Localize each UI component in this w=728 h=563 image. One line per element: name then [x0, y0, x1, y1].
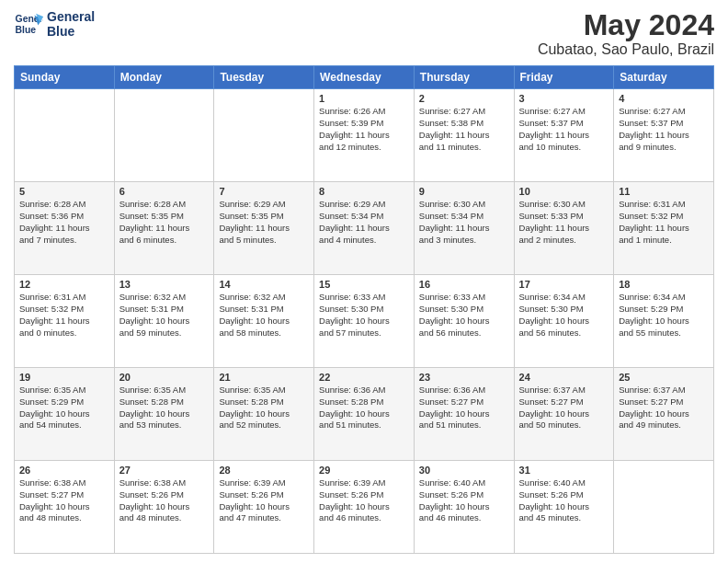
- calendar-cell: 13Sunrise: 6:32 AM Sunset: 5:31 PM Dayli…: [114, 275, 214, 368]
- day-info: Sunrise: 6:29 AM Sunset: 5:35 PM Dayligh…: [219, 199, 309, 246]
- day-number: 31: [519, 465, 609, 476]
- day-number: 26: [19, 465, 109, 476]
- day-info: Sunrise: 6:33 AM Sunset: 5:30 PM Dayligh…: [319, 292, 409, 339]
- day-info: Sunrise: 6:38 AM Sunset: 5:27 PM Dayligh…: [19, 477, 109, 524]
- calendar-cell: 12Sunrise: 6:31 AM Sunset: 5:32 PM Dayli…: [15, 275, 115, 368]
- weekday-header-thursday: Thursday: [414, 66, 514, 89]
- calendar-cell: 17Sunrise: 6:34 AM Sunset: 5:30 PM Dayli…: [514, 275, 614, 368]
- day-info: Sunrise: 6:29 AM Sunset: 5:34 PM Dayligh…: [319, 199, 409, 246]
- day-number: 5: [19, 186, 109, 197]
- day-number: 25: [619, 372, 709, 383]
- logo-text-general: General: [47, 9, 95, 24]
- calendar-cell: 11Sunrise: 6:31 AM Sunset: 5:32 PM Dayli…: [614, 182, 714, 275]
- week-row-3: 12Sunrise: 6:31 AM Sunset: 5:32 PM Dayli…: [15, 275, 714, 368]
- day-info: Sunrise: 6:34 AM Sunset: 5:30 PM Dayligh…: [519, 292, 609, 339]
- calendar-cell: 21Sunrise: 6:35 AM Sunset: 5:28 PM Dayli…: [214, 368, 314, 461]
- calendar-cell: 29Sunrise: 6:39 AM Sunset: 5:26 PM Dayli…: [314, 461, 415, 554]
- day-number: 16: [419, 279, 509, 290]
- day-number: 4: [619, 93, 709, 104]
- day-number: 10: [519, 186, 609, 197]
- day-number: 29: [319, 465, 409, 476]
- weekday-header-row: SundayMondayTuesdayWednesdayThursdayFrid…: [15, 66, 714, 89]
- day-number: 1: [319, 93, 409, 104]
- day-number: 22: [319, 372, 409, 383]
- day-info: Sunrise: 6:27 AM Sunset: 5:37 PM Dayligh…: [619, 106, 709, 153]
- calendar-cell: 15Sunrise: 6:33 AM Sunset: 5:30 PM Dayli…: [314, 275, 415, 368]
- day-number: 9: [419, 186, 509, 197]
- calendar-cell: 2Sunrise: 6:27 AM Sunset: 5:38 PM Daylig…: [414, 89, 514, 182]
- calendar-cell: 22Sunrise: 6:36 AM Sunset: 5:28 PM Dayli…: [314, 368, 415, 461]
- day-info: Sunrise: 6:30 AM Sunset: 5:33 PM Dayligh…: [519, 199, 609, 246]
- calendar-cell: 30Sunrise: 6:40 AM Sunset: 5:26 PM Dayli…: [414, 461, 514, 554]
- weekday-header-wednesday: Wednesday: [314, 66, 415, 89]
- weekday-header-sunday: Sunday: [15, 66, 115, 89]
- calendar-cell: 6Sunrise: 6:28 AM Sunset: 5:35 PM Daylig…: [114, 182, 214, 275]
- calendar-cell: [114, 89, 214, 182]
- day-info: Sunrise: 6:26 AM Sunset: 5:39 PM Dayligh…: [319, 106, 409, 153]
- day-info: Sunrise: 6:39 AM Sunset: 5:26 PM Dayligh…: [319, 477, 409, 524]
- day-number: 21: [219, 372, 309, 383]
- weekday-header-monday: Monday: [114, 66, 214, 89]
- calendar-cell: [614, 461, 714, 554]
- calendar-cell: 24Sunrise: 6:37 AM Sunset: 5:27 PM Dayli…: [514, 368, 614, 461]
- header: General Blue General Blue May 2024 Cubat…: [14, 9, 714, 58]
- day-number: 8: [319, 186, 409, 197]
- calendar-cell: 14Sunrise: 6:32 AM Sunset: 5:31 PM Dayli…: [214, 275, 314, 368]
- day-number: 30: [419, 465, 509, 476]
- day-info: Sunrise: 6:34 AM Sunset: 5:29 PM Dayligh…: [619, 292, 709, 339]
- day-number: 24: [519, 372, 609, 383]
- calendar-cell: [214, 89, 314, 182]
- calendar-cell: 5Sunrise: 6:28 AM Sunset: 5:36 PM Daylig…: [15, 182, 115, 275]
- day-number: 27: [119, 465, 210, 476]
- day-number: 15: [319, 279, 409, 290]
- day-info: Sunrise: 6:39 AM Sunset: 5:26 PM Dayligh…: [219, 477, 309, 524]
- calendar-cell: 25Sunrise: 6:37 AM Sunset: 5:27 PM Dayli…: [614, 368, 714, 461]
- calendar-cell: 1Sunrise: 6:26 AM Sunset: 5:39 PM Daylig…: [314, 89, 415, 182]
- day-info: Sunrise: 6:37 AM Sunset: 5:27 PM Dayligh…: [519, 385, 609, 431]
- day-number: 23: [419, 372, 509, 383]
- calendar-cell: 28Sunrise: 6:39 AM Sunset: 5:26 PM Dayli…: [214, 461, 314, 554]
- page: General Blue General Blue May 2024 Cubat…: [0, 0, 728, 563]
- day-info: Sunrise: 6:31 AM Sunset: 5:32 PM Dayligh…: [19, 292, 109, 339]
- day-info: Sunrise: 6:35 AM Sunset: 5:28 PM Dayligh…: [119, 385, 210, 431]
- day-info: Sunrise: 6:27 AM Sunset: 5:37 PM Dayligh…: [519, 106, 609, 153]
- calendar-cell: 16Sunrise: 6:33 AM Sunset: 5:30 PM Dayli…: [414, 275, 514, 368]
- day-number: 14: [219, 279, 309, 290]
- calendar-cell: 23Sunrise: 6:36 AM Sunset: 5:27 PM Dayli…: [414, 368, 514, 461]
- day-info: Sunrise: 6:36 AM Sunset: 5:28 PM Dayligh…: [319, 385, 409, 431]
- weekday-header-saturday: Saturday: [614, 66, 714, 89]
- day-number: 3: [519, 93, 609, 104]
- title-block: May 2024 Cubatao, Sao Paulo, Brazil: [538, 9, 714, 58]
- logo-text-blue: Blue: [47, 24, 95, 39]
- week-row-5: 26Sunrise: 6:38 AM Sunset: 5:27 PM Dayli…: [15, 461, 714, 554]
- calendar-table: SundayMondayTuesdayWednesdayThursdayFrid…: [14, 65, 714, 554]
- day-number: 6: [119, 186, 210, 197]
- day-number: 28: [219, 465, 309, 476]
- day-info: Sunrise: 6:36 AM Sunset: 5:27 PM Dayligh…: [419, 385, 509, 431]
- calendar-cell: 3Sunrise: 6:27 AM Sunset: 5:37 PM Daylig…: [514, 89, 614, 182]
- day-info: Sunrise: 6:28 AM Sunset: 5:35 PM Dayligh…: [119, 199, 210, 246]
- day-number: 11: [619, 186, 709, 197]
- weekday-header-tuesday: Tuesday: [214, 66, 314, 89]
- day-info: Sunrise: 6:30 AM Sunset: 5:34 PM Dayligh…: [419, 199, 509, 246]
- calendar-cell: 9Sunrise: 6:30 AM Sunset: 5:34 PM Daylig…: [414, 182, 514, 275]
- week-row-4: 19Sunrise: 6:35 AM Sunset: 5:29 PM Dayli…: [15, 368, 714, 461]
- calendar-cell: 8Sunrise: 6:29 AM Sunset: 5:34 PM Daylig…: [314, 182, 415, 275]
- day-info: Sunrise: 6:37 AM Sunset: 5:27 PM Dayligh…: [619, 385, 709, 431]
- day-info: Sunrise: 6:35 AM Sunset: 5:29 PM Dayligh…: [19, 385, 109, 431]
- logo-icon: General Blue: [14, 9, 43, 39]
- day-info: Sunrise: 6:32 AM Sunset: 5:31 PM Dayligh…: [119, 292, 210, 339]
- location-title: Cubatao, Sao Paulo, Brazil: [538, 41, 714, 58]
- day-info: Sunrise: 6:38 AM Sunset: 5:26 PM Dayligh…: [119, 477, 210, 524]
- month-title: May 2024: [538, 9, 714, 41]
- calendar-cell: 19Sunrise: 6:35 AM Sunset: 5:29 PM Dayli…: [15, 368, 115, 461]
- day-info: Sunrise: 6:32 AM Sunset: 5:31 PM Dayligh…: [219, 292, 309, 339]
- calendar-cell: 7Sunrise: 6:29 AM Sunset: 5:35 PM Daylig…: [214, 182, 314, 275]
- calendar-cell: 18Sunrise: 6:34 AM Sunset: 5:29 PM Dayli…: [614, 275, 714, 368]
- calendar-cell: 10Sunrise: 6:30 AM Sunset: 5:33 PM Dayli…: [514, 182, 614, 275]
- day-info: Sunrise: 6:35 AM Sunset: 5:28 PM Dayligh…: [219, 385, 309, 431]
- day-info: Sunrise: 6:40 AM Sunset: 5:26 PM Dayligh…: [419, 477, 509, 524]
- weekday-header-friday: Friday: [514, 66, 614, 89]
- day-number: 7: [219, 186, 309, 197]
- day-number: 20: [119, 372, 210, 383]
